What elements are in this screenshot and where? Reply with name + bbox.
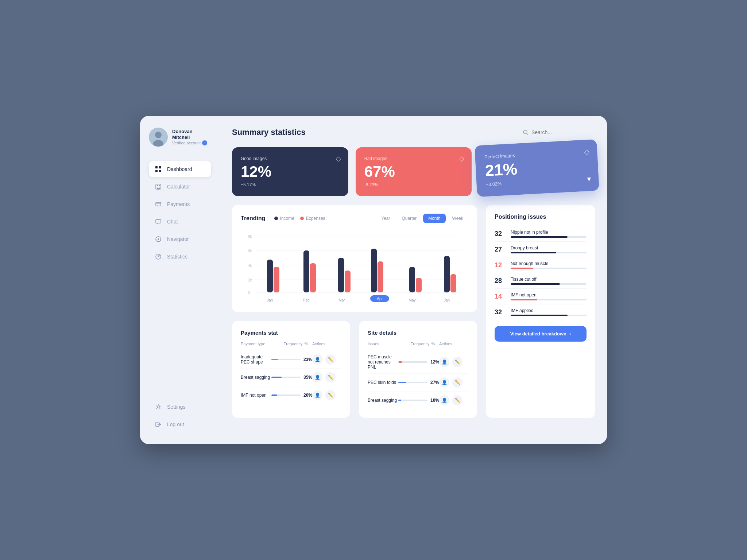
payment-row-2: Breast sagging 35% 👤 ✏️ <box>241 369 341 386</box>
income-dot <box>274 217 278 220</box>
svg-rect-12 <box>157 188 160 189</box>
payments-table-header: Payment type Frequency, % Actions <box>241 342 341 349</box>
site-edit-icon-2[interactable]: ✏️ <box>452 377 462 388</box>
site-progress-3: 10% <box>398 398 439 403</box>
sidebar-label-chat: Chat <box>167 219 178 225</box>
issue-row-1: 27 Droopy breast <box>495 242 587 257</box>
progress-bar-1 <box>271 359 301 360</box>
issue-fill-5 <box>511 315 568 316</box>
issue-name-4: IMF not open <box>511 292 587 298</box>
sidebar-item-payments[interactable]: Payments <box>149 196 211 212</box>
stat-card-perfect: ◇ Perfect images 21% ▾ +3.02% <box>475 139 599 197</box>
svg-rect-50 <box>416 278 422 292</box>
payment-type-1: Inadequate PEC shape <box>241 354 271 365</box>
svg-point-1 <box>155 132 162 138</box>
site-row-2: PEC skin folds 27% 👤 ✏️ <box>368 374 468 392</box>
progress-fill-2 <box>271 377 282 378</box>
svg-line-28 <box>527 133 528 135</box>
payment-actions-1: 👤 ✏️ <box>312 354 341 365</box>
site-edit-icon-3[interactable]: ✏️ <box>452 395 462 405</box>
site-user-icon-1[interactable]: 👤 <box>439 357 449 367</box>
payment-col-type: Payment type <box>241 342 284 346</box>
chart-header-left: Trending Income Expenses <box>241 215 325 222</box>
payment-type-3: IMF not open <box>241 393 271 398</box>
progress-bar-2 <box>271 377 301 378</box>
chat-icon <box>155 218 162 225</box>
navigator-icon <box>155 236 162 243</box>
stat-label-bad: Bad images <box>364 156 463 161</box>
sidebar-item-settings[interactable]: Settings <box>149 399 211 415</box>
site-col-freq: Frequency, % <box>411 342 439 346</box>
svg-text:2k: 2k <box>248 278 252 282</box>
site-pct-1: 12% <box>430 359 439 365</box>
site-type-1: PEC muscle not reaches PNL <box>368 354 398 370</box>
user-icon-2[interactable]: 👤 <box>312 372 322 382</box>
svg-rect-9 <box>159 185 160 186</box>
view-breakdown-button[interactable]: View detailed breakdown › <box>495 326 587 342</box>
filter-quarter[interactable]: Quarter <box>396 214 422 223</box>
issue-bar-5 <box>511 315 587 316</box>
user-icon-1[interactable]: 👤 <box>312 354 322 365</box>
site-edit-icon-1[interactable]: ✏️ <box>452 357 462 367</box>
stat-card-good: ◇ Good images 12% +5.17% <box>232 147 348 196</box>
site-user-icon-3[interactable]: 👤 <box>439 395 449 405</box>
svg-rect-49 <box>409 267 415 292</box>
chart-title: Trending <box>241 215 266 222</box>
search-input[interactable] <box>531 129 595 135</box>
svg-rect-40 <box>274 267 279 292</box>
stats-row: ◇ Good images 12% +5.17% ◇ Bad images 67… <box>232 147 595 196</box>
payment-pct-2: 35% <box>303 375 312 380</box>
edit-icon-1[interactable]: ✏️ <box>325 354 336 365</box>
payment-actions-3: 👤 ✏️ <box>312 390 341 400</box>
edit-icon-2[interactable]: ✏️ <box>325 372 336 382</box>
sidebar-item-navigator[interactable]: Navigator <box>149 231 211 247</box>
avatar <box>149 128 168 147</box>
payment-pct-3: 20% <box>303 393 312 398</box>
payment-type-2: Breast sagging <box>241 375 271 380</box>
sidebar-item-logout[interactable]: Log out <box>149 416 211 432</box>
sidebar-item-chat[interactable]: Chat <box>149 214 211 230</box>
issue-row-4: 14 IMF not open <box>495 289 587 304</box>
svg-rect-13 <box>156 202 161 206</box>
issue-bar-3 <box>511 283 587 285</box>
issue-num-5: 32 <box>495 308 506 316</box>
svg-rect-52 <box>450 274 456 292</box>
site-progress-bar-3 <box>398 400 427 401</box>
issue-fill-2 <box>511 268 533 269</box>
filter-year[interactable]: Year <box>376 214 395 223</box>
site-details-title: Site details <box>368 330 468 336</box>
edit-icon-3[interactable]: ✏️ <box>325 390 336 400</box>
search-bar[interactable] <box>523 129 595 135</box>
svg-rect-15 <box>157 205 158 206</box>
issue-name-3: Tissue cut off <box>511 277 587 282</box>
site-progress-1: 12% <box>398 359 439 365</box>
sidebar-item-dashboard[interactable]: Dashboard <box>149 161 211 177</box>
site-progress-bar-1 <box>398 361 427 363</box>
sidebar-label-dashboard: Dashboard <box>167 166 192 172</box>
issue-bar-4 <box>511 299 587 300</box>
site-user-icon-2[interactable]: 👤 <box>439 377 449 388</box>
chevron-right-icon: › <box>569 331 571 337</box>
issue-name-1: Droopy breast <box>511 245 587 250</box>
dashboard-icon <box>155 166 162 173</box>
site-fill-1 <box>398 361 402 363</box>
sidebar-label-logout: Log out <box>167 421 184 427</box>
filter-week[interactable]: Week <box>447 214 468 223</box>
sidebar-item-statistics[interactable]: Statistics <box>149 249 211 265</box>
chart-filters: Year Quarter Month Week <box>376 214 468 223</box>
legend-income: Income <box>274 216 294 221</box>
nav-items: Dashboard Calculator <box>149 161 211 390</box>
filter-month[interactable]: Month <box>423 214 445 223</box>
site-col-issues: Issues <box>368 342 411 346</box>
user-icon-3[interactable]: 👤 <box>312 390 322 400</box>
svg-rect-39 <box>267 260 273 292</box>
site-progress-bar-2 <box>398 382 427 383</box>
sidebar-item-calculator[interactable]: Calculator <box>149 179 211 195</box>
svg-text:8k: 8k <box>248 234 252 238</box>
site-actions-3: 👤 ✏️ <box>439 395 468 405</box>
site-table-header: Issues Frequency, % Actions <box>368 342 468 349</box>
issue-details-4: IMF not open <box>511 292 587 300</box>
stat-value-bad: 67% <box>364 164 463 179</box>
svg-rect-41 <box>303 250 309 292</box>
main-content: Summary statistics ◇ Good images 12% +5.… <box>220 116 607 444</box>
